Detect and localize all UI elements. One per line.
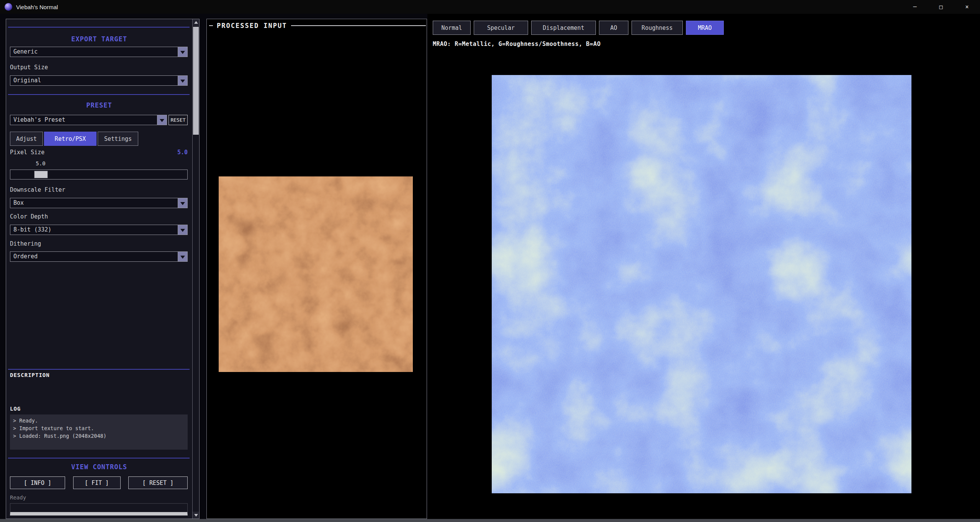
view-controls-row: [ INFO ] [ FIT ] [ RESET ] <box>10 476 188 489</box>
dithering-value: Ordered <box>10 252 178 261</box>
rust-texture <box>219 176 413 372</box>
log-heading: LOG <box>10 406 21 412</box>
preset-reset-button[interactable]: RESET <box>169 115 188 125</box>
divider <box>209 25 213 26</box>
window-title: Viebah's Normal <box>16 4 58 10</box>
app-icon <box>5 3 12 11</box>
status-text: Ready <box>10 494 26 501</box>
tab-retro-psx[interactable]: Retro/PSX <box>44 132 97 146</box>
sidebar-panel: EXPORT TARGET Generic Output Size Origin… <box>6 19 200 519</box>
preset-heading: PRESET <box>6 101 192 109</box>
tab-adjust[interactable]: Adjust <box>10 132 43 146</box>
chevron-down-icon[interactable] <box>157 115 167 125</box>
mrao-texture <box>492 75 911 493</box>
export-target-select[interactable]: Generic <box>10 47 188 57</box>
pixel-size-value: 5.0 <box>177 149 188 156</box>
scroll-down-icon[interactable] <box>193 512 199 519</box>
color-depth-value: 8-bit (332) <box>10 225 178 235</box>
tab-specular[interactable]: Specular <box>474 21 528 35</box>
chevron-down-icon[interactable] <box>178 198 187 208</box>
pixel-size-slider[interactable] <box>10 170 188 179</box>
tab-mrao[interactable]: MRAO <box>686 21 724 35</box>
dithering-select[interactable]: Ordered <box>10 251 188 262</box>
chevron-down-icon[interactable] <box>178 76 187 85</box>
view-controls-heading: VIEW CONTROLS <box>6 463 192 471</box>
preset-value: Viebah's Preset <box>10 115 157 125</box>
downscale-filter-label: Downscale Filter <box>10 186 65 193</box>
color-depth-select[interactable]: 8-bit (332) <box>10 225 188 235</box>
titlebar: Viebah's Normal ─ □ × <box>0 0 980 14</box>
preview-tabs: Normal Specular Displacement AO Roughnes… <box>433 21 724 35</box>
chevron-down-icon[interactable] <box>178 47 187 57</box>
processed-input-header-row: PROCESSED INPUT <box>207 21 427 31</box>
maximize-icon: □ <box>939 3 942 10</box>
log-line: > Import texture to start. <box>13 424 185 432</box>
log-line: > Ready. <box>13 417 185 424</box>
dithering-label: Dithering <box>10 240 41 247</box>
processed-input-panel: PROCESSED INPUT <box>206 19 427 519</box>
mrao-info-text: MRAO: R=Metallic, G=Roughness/Smoothness… <box>433 41 600 47</box>
description-heading: DESCRIPTION <box>10 372 50 378</box>
processed-input-canvas[interactable] <box>219 176 413 372</box>
minimize-button[interactable]: ─ <box>902 0 928 14</box>
sidebar-tabs: Adjust Retro/PSX Settings <box>10 132 138 146</box>
fit-button[interactable]: [ FIT ] <box>73 476 121 489</box>
tab-normal[interactable]: Normal <box>433 21 471 35</box>
downscale-filter-select[interactable]: Box <box>10 198 188 208</box>
color-depth-label: Color Depth <box>10 213 48 220</box>
sidebar-scrollbar[interactable] <box>192 19 199 519</box>
maximize-button[interactable]: □ <box>928 0 954 14</box>
tab-ao[interactable]: AO <box>599 21 628 35</box>
processed-input-header: PROCESSED INPUT <box>213 22 291 29</box>
log-output: > Ready. > Import texture to start. > Lo… <box>10 414 188 450</box>
pixel-size-label: Pixel Size <box>10 149 44 156</box>
scrollbar-thumb[interactable] <box>193 27 199 135</box>
close-button[interactable]: × <box>954 0 980 14</box>
reset-view-button[interactable]: [ RESET ] <box>128 476 188 489</box>
output-size-label: Output Size <box>10 64 48 71</box>
pixel-size-row: Pixel Size 5.0 <box>10 149 188 156</box>
output-size-select[interactable]: Original <box>10 75 188 86</box>
window-bottom-edge <box>0 519 980 522</box>
divider <box>8 458 190 458</box>
slider-handle[interactable] <box>34 171 48 178</box>
info-button[interactable]: [ INFO ] <box>10 476 65 489</box>
minimize-icon: ─ <box>913 3 916 10</box>
divider <box>291 25 426 26</box>
tab-displacement[interactable]: Displacement <box>531 21 596 35</box>
divider <box>8 94 190 95</box>
chevron-down-icon[interactable] <box>178 225 187 235</box>
chevron-down-icon[interactable] <box>178 252 187 261</box>
output-size-value: Original <box>10 76 178 85</box>
export-target-heading: EXPORT TARGET <box>6 35 192 43</box>
divider <box>8 27 190 28</box>
scroll-up-icon[interactable] <box>193 19 199 26</box>
close-icon: × <box>965 3 969 10</box>
preview-viewport[interactable] <box>492 75 911 493</box>
progress-bar <box>10 503 188 515</box>
downscale-filter-value: Box <box>10 198 178 208</box>
tab-roughness[interactable]: Roughness <box>632 21 683 35</box>
divider <box>8 369 190 370</box>
window-controls: ─ □ × <box>902 0 980 14</box>
tab-settings[interactable]: Settings <box>98 132 138 146</box>
preview-panel: Normal Specular Displacement AO Roughnes… <box>427 14 980 519</box>
slider-value-label: 5.0 <box>25 160 56 166</box>
preset-select[interactable]: Viebah's Preset <box>10 115 167 125</box>
export-target-value: Generic <box>10 47 178 57</box>
log-line: > Loaded: Rust.png (2048x2048) <box>13 432 185 440</box>
